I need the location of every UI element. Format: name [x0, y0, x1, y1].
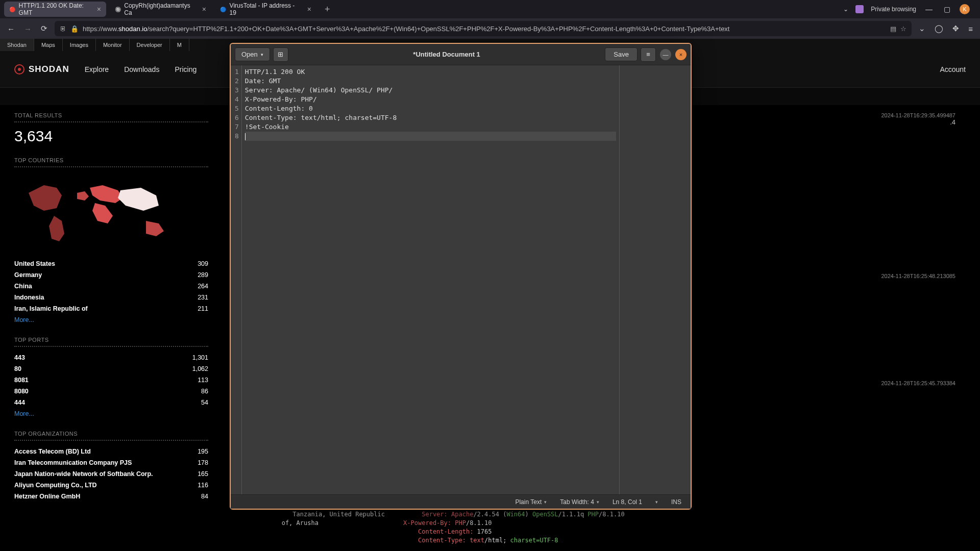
tab-title: HTTP/1.1 200 OK Date: GMT	[19, 2, 91, 16]
chevron-down-icon: ▾	[261, 52, 263, 57]
chevron-down-icon[interactable]: ⌄	[843, 6, 848, 13]
code-area[interactable]: HTTP/1.1 200 OKDate: GMTServer: Apache/ …	[242, 65, 619, 494]
browser-tab[interactable]: 🔘 CopyRh(ight)adamantys Ca ×	[109, 2, 211, 17]
shield-icon[interactable]: ⛨	[60, 25, 66, 33]
chevron-down-icon[interactable]: ▾	[655, 499, 658, 505]
facet-row[interactable]: Japan Nation-wide Network of Softbank Co…	[14, 468, 208, 480]
facet-row[interactable]: Germany289	[14, 269, 208, 281]
close-icon[interactable]: ×	[97, 5, 101, 13]
facet-name: China	[14, 283, 32, 290]
reload-button[interactable]: ⟳	[39, 22, 50, 35]
new-tab-button[interactable]: +	[320, 4, 335, 15]
logo-text: SHODAN	[29, 64, 69, 74]
facet-row[interactable]: Iran Telecommunication Company PJS178	[14, 457, 208, 468]
nav-explore[interactable]: Explore	[85, 65, 109, 73]
browser-tab[interactable]: 🔴 HTTP/1.1 200 OK Date: GMT ×	[4, 2, 106, 17]
facet-row[interactable]: 8081113	[14, 374, 208, 386]
facet-value: 1,301	[192, 354, 208, 361]
account-link[interactable]: Account	[940, 65, 966, 73]
account-icon[interactable]: ◯	[933, 22, 945, 35]
facet-row[interactable]: United States309	[14, 258, 208, 269]
browser-tab[interactable]: 🔵 VirusTotal - IP address - 19 ×	[214, 2, 316, 17]
window-maximize-button[interactable]: ▢	[942, 5, 952, 13]
code-line: Content-Length: 0	[245, 104, 616, 113]
shodan-logo[interactable]: SHODAN	[14, 64, 69, 74]
facet-value: 309	[198, 260, 208, 267]
nav-pricing[interactable]: Pricing	[175, 65, 197, 73]
facet-row[interactable]: Indonesia231	[14, 292, 208, 303]
open-button[interactable]: Open▾	[235, 47, 270, 61]
facet-value: 264	[198, 283, 208, 290]
save-button[interactable]: Save	[605, 47, 638, 61]
favicon-icon: 🔵	[219, 6, 227, 13]
facet-row[interactable]: 801,062	[14, 363, 208, 374]
editor-titlebar[interactable]: Open▾ ⊞ *Untitled Document 1 Save ≡ — ×	[231, 44, 691, 65]
ports-more-link[interactable]: More...	[14, 408, 208, 419]
facet-value: 195	[198, 448, 208, 455]
facet-value: 86	[201, 388, 208, 395]
facet-name: Iran, Islamic Republic of	[14, 305, 88, 312]
browser-toolbar: ← → ⟳ ⛨ 🔒 https://www.shodan.io/search?q…	[0, 18, 980, 39]
facet-row[interactable]: Iran, Islamic Republic of211	[14, 303, 208, 314]
world-map[interactable]	[18, 172, 177, 249]
window-minimize-button[interactable]: —	[923, 5, 935, 13]
facet-name: Japan Nation-wide Network of Softbank Co…	[14, 470, 153, 478]
nav-downloads[interactable]: Downloads	[124, 65, 159, 73]
tab-title: CopyRh(ight)adamantys Ca	[124, 2, 196, 16]
facet-row[interactable]: 4431,301	[14, 352, 208, 363]
facet-row[interactable]: Hetzner Online GmbH84	[14, 491, 208, 502]
window-minimize-button[interactable]: —	[660, 49, 671, 60]
code-line: HTTP/1.1 200 OK	[245, 67, 616, 77]
code-line: !Set-Cookie	[245, 122, 616, 132]
facet-name: 8080	[14, 388, 29, 395]
reader-icon[interactable]: ▤	[890, 25, 896, 33]
url-bar[interactable]: ⛨ 🔒 https://www.shodan.io/search?query=H…	[55, 21, 912, 36]
code-line: Server: Apache/ (Win64) OpenSSL/ PHP/	[245, 86, 616, 95]
facet-name: 80	[14, 365, 21, 372]
right-margin	[619, 65, 691, 494]
close-icon[interactable]: ×	[307, 5, 311, 13]
facet-row[interactable]: China264	[14, 281, 208, 292]
facet-name: United States	[14, 260, 55, 267]
facet-name: Iran Telecommunication Company PJS	[14, 459, 132, 466]
browser-tab-strip: 🔴 HTTP/1.1 200 OK Date: GMT × 🔘 CopyRh(i…	[0, 0, 980, 18]
top-countries-title: TOP COUNTRIES	[14, 157, 208, 163]
bookmark-icon[interactable]: ☆	[900, 25, 906, 33]
hamburger-menu-button[interactable]: ≡	[641, 47, 656, 62]
tab-width-selector[interactable]: Tab Width: 4▾	[560, 498, 599, 506]
countries-more-link[interactable]: More...	[14, 314, 208, 325]
facet-value: 211	[198, 305, 208, 312]
profile-avatar[interactable]: K	[960, 4, 970, 14]
product-nav-link[interactable]: M	[170, 39, 189, 51]
editor-body[interactable]: 12345678 HTTP/1.1 200 OKDate: GMTServer:…	[231, 65, 691, 494]
facet-row[interactable]: Aliyun Computing Co., LTD116	[14, 480, 208, 491]
top-orgs-title: TOP ORGANIZATIONS	[14, 431, 208, 437]
product-nav-link[interactable]: Monitor	[96, 39, 130, 51]
new-tab-button[interactable]: ⊞	[273, 47, 288, 62]
facet-name: Hetzner Online GmbH	[14, 493, 80, 500]
facet-value: 116	[198, 482, 208, 489]
facet-row[interactable]: 808086	[14, 386, 208, 397]
insert-mode[interactable]: INS	[671, 498, 681, 506]
facet-name: Germany	[14, 271, 42, 279]
product-nav-link[interactable]: Developer	[130, 39, 170, 51]
menu-icon[interactable]: ≡	[966, 22, 975, 35]
lock-icon[interactable]: 🔒	[70, 25, 79, 33]
forward-button[interactable]: →	[22, 22, 34, 35]
cursor-position[interactable]: Ln 8, Col 1	[612, 498, 642, 506]
extensions-icon[interactable]: ✥	[950, 22, 961, 35]
product-nav-link[interactable]: Maps	[34, 39, 63, 51]
product-nav-link[interactable]: Shodan	[0, 39, 34, 51]
editor-statusbar: Plain Text▾ Tab Width: 4▾ Ln 8, Col 1 ▾ …	[231, 494, 691, 509]
facet-row[interactable]: Access Telecom (BD) Ltd195	[14, 446, 208, 457]
close-icon[interactable]: ×	[202, 5, 206, 13]
facet-row[interactable]: 44454	[14, 397, 208, 408]
code-line	[245, 132, 616, 141]
product-nav-link[interactable]: Images	[63, 39, 96, 51]
facet-name: 8081	[14, 377, 29, 384]
pocket-icon[interactable]: ⌄	[917, 22, 927, 35]
language-selector[interactable]: Plain Text▾	[515, 498, 547, 506]
favicon-icon: 🔘	[114, 6, 121, 13]
window-close-button[interactable]: ×	[675, 49, 687, 60]
back-button[interactable]: ←	[5, 22, 17, 35]
